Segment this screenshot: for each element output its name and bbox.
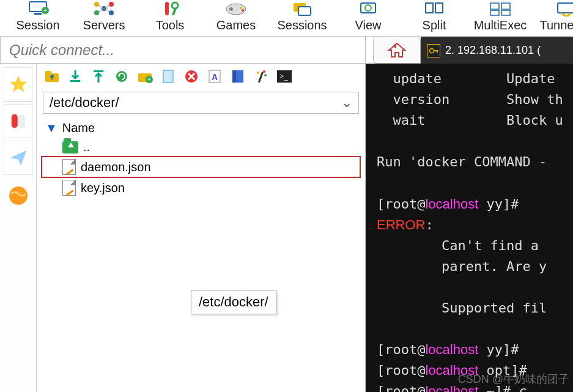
toolbar-label: Servers (83, 18, 125, 32)
svg-rect-38 (19, 114, 25, 128)
svg-rect-42 (70, 80, 80, 82)
svg-rect-15 (172, 8, 177, 16)
path-tooltip: /etc/docker/ (191, 290, 276, 314)
svg-point-56 (257, 72, 259, 74)
svg-point-57 (263, 70, 265, 73)
svg-point-58 (264, 74, 267, 76)
terminal-button[interactable]: >_ (275, 68, 294, 87)
toolbar-tools[interactable]: Tools (137, 0, 203, 32)
download-button[interactable] (66, 68, 84, 87)
quick-connect-tab[interactable] (0, 37, 366, 64)
toolbar-servers[interactable]: Servers (71, 0, 137, 32)
toolbar-label: MultiExec (474, 18, 527, 32)
home-icon (388, 42, 406, 58)
svg-marker-36 (9, 76, 26, 92)
svg-rect-29 (501, 10, 510, 15)
new-file-icon (162, 69, 174, 86)
new-file-button[interactable] (159, 68, 177, 87)
magic-icon (254, 69, 268, 86)
main-toolbar: +SessionServersToolsGamesSessionsViewSpl… (0, 0, 573, 37)
svg-text:>_: >_ (279, 72, 288, 81)
paperplane-icon (9, 148, 28, 168)
text-mode-icon: A (208, 69, 221, 86)
refresh-icon (114, 69, 129, 86)
path-text: /etc/docker/ (50, 95, 119, 111)
upload-icon (92, 69, 105, 86)
toolbar-sessions[interactable]: Sessions (269, 0, 335, 32)
refresh-button[interactable] (113, 68, 131, 87)
svg-point-16 (226, 4, 246, 15)
svg-point-19 (242, 9, 244, 12)
sidebar-tools[interactable] (4, 104, 33, 138)
toolbar-label: Games (216, 18, 256, 32)
new-folder-button[interactable]: + (136, 68, 154, 87)
toolbar-label: Session (16, 18, 59, 32)
svg-text:+: + (147, 76, 151, 83)
session-icon: + (24, 0, 51, 17)
sidebar-globe[interactable] (4, 181, 33, 210)
watermark: CSDN @牛奶味的团子 (458, 371, 569, 388)
upload-button[interactable] (89, 68, 108, 87)
chevron-down-icon[interactable]: ⌄ (341, 95, 352, 111)
svg-rect-25 (435, 3, 443, 13)
new-folder-icon: + (137, 70, 153, 86)
toolbar-tunneling[interactable]: Tunneling (533, 0, 573, 32)
caret-down-icon: ▼ (45, 121, 57, 135)
file-name: key.json (81, 181, 125, 195)
svg-rect-54 (232, 70, 236, 83)
tree-header[interactable]: ▼ Name (42, 119, 360, 138)
svg-marker-31 (389, 43, 405, 57)
toolbar-split[interactable]: Split (401, 0, 467, 32)
properties-button[interactable] (229, 68, 247, 87)
sidebar-favorites[interactable] (4, 67, 33, 102)
session-tab-label: 2. 192.168.11.101 ( (445, 44, 541, 57)
sidebar-send[interactable] (4, 141, 33, 175)
toolbar-label: Sessions (277, 18, 327, 32)
view-icon (355, 0, 382, 17)
text-mode-button[interactable]: A (205, 68, 224, 87)
folder-up-button[interactable] (43, 68, 61, 87)
globe-icon (7, 185, 29, 207)
quick-connect-input[interactable] (9, 42, 357, 59)
toolbar-view[interactable]: View (335, 0, 401, 32)
tools-icon (9, 112, 28, 130)
svg-rect-24 (426, 3, 433, 13)
magic-button[interactable] (252, 68, 270, 87)
key-icon (427, 44, 440, 57)
toolbar-games[interactable]: Games (203, 0, 269, 32)
file-row[interactable]: key.json (42, 177, 360, 198)
svg-point-14 (172, 2, 178, 9)
home-tab[interactable] (373, 37, 421, 64)
toolbar-session[interactable]: +Session (5, 0, 71, 32)
toolbar-label: Tools (156, 18, 185, 32)
svg-rect-21 (298, 7, 311, 15)
svg-rect-1 (34, 13, 42, 15)
tabs-row: 2. 192.168.11.101 ( (0, 37, 573, 64)
servers-icon (91, 0, 117, 17)
games-icon (223, 0, 250, 17)
svg-text:+: + (43, 7, 47, 14)
terminal-output[interactable]: update Update version Show th wait Block… (366, 64, 573, 392)
file-row[interactable]: daemon.json (42, 157, 360, 177)
svg-rect-41 (45, 71, 51, 75)
svg-rect-13 (165, 2, 169, 15)
svg-point-18 (240, 7, 242, 9)
delete-icon (184, 69, 199, 86)
svg-text:A: A (212, 72, 218, 82)
toolbar-label: View (355, 18, 382, 32)
svg-point-17 (229, 7, 233, 11)
svg-rect-35 (437, 50, 438, 53)
toolbar-multiexec[interactable]: MultiExec (467, 0, 533, 32)
terminal-icon: >_ (277, 70, 292, 85)
toolbar-label: Split (423, 18, 446, 32)
delete-button[interactable] (182, 68, 201, 87)
session-tab[interactable]: 2. 192.168.11.101 ( (421, 37, 573, 64)
main-area: +A>_ /etc/docker/ ⌄ ▼ Name .. daemon.jso… (0, 64, 573, 392)
svg-rect-28 (490, 10, 499, 15)
file-tree: ▼ Name .. daemon.jsonkey.json (37, 116, 365, 201)
svg-rect-26 (490, 3, 499, 9)
parent-dir-row[interactable]: .. (42, 138, 360, 157)
svg-rect-27 (501, 3, 510, 9)
path-bar[interactable]: /etc/docker/ ⌄ (43, 92, 359, 114)
file-icon (62, 180, 76, 196)
